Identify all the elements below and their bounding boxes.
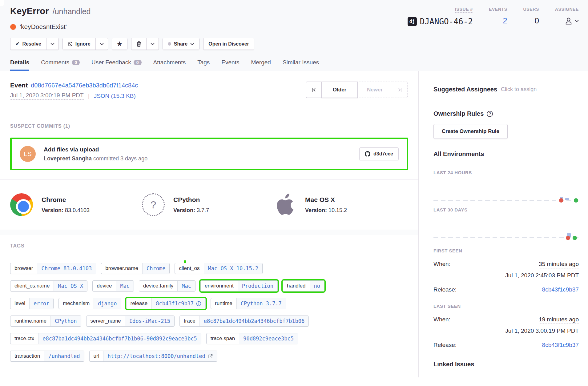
- tag-value-link[interactable]: django: [94, 298, 121, 309]
- commit-sha-button[interactable]: d3d7cee: [359, 147, 399, 160]
- first-seen-release-link[interactable]: 8cb43f1c9b37: [542, 286, 579, 293]
- sparkline-baseline: [433, 200, 579, 201]
- create-ownership-rule-button[interactable]: Create Ownership Rule: [433, 124, 508, 139]
- issue-message: 'keyDoesntExist': [20, 23, 67, 30]
- tag-environment: environmentProduction: [200, 280, 278, 292]
- share-button[interactable]: Share: [163, 38, 199, 50]
- tag-value-link[interactable]: Chrome: [142, 263, 169, 274]
- when-label: When:: [433, 261, 450, 267]
- last-seen-release-link[interactable]: 8cb43f1c9b37: [542, 342, 579, 348]
- event-label: Event: [10, 82, 28, 89]
- trash-icon: [136, 41, 141, 47]
- tag-value-link[interactable]: Mac OS X: [54, 281, 87, 291]
- issue-short-id: DJANGO-46-2: [420, 17, 473, 26]
- help-icon[interactable]: ?: [487, 111, 493, 117]
- open-in-discover-button[interactable]: Open in Discover: [203, 38, 254, 50]
- tag-value-link[interactable]: 90d892c9eace3bc5: [239, 333, 298, 344]
- events-count[interactable]: 2: [503, 16, 507, 26]
- events-label: EVENTS: [489, 7, 507, 12]
- tag-value-link[interactable]: e8c87ba1dc494bb2a4346bcfbf7b1b06: [199, 316, 309, 326]
- ban-icon: [68, 42, 73, 46]
- tag-runtime-name: runtime.nameCPython: [10, 316, 81, 327]
- delete-dropdown-button[interactable]: [146, 38, 159, 50]
- tag-value-link[interactable]: Production: [238, 281, 277, 291]
- chevron-down-icon: [151, 43, 155, 45]
- users-count[interactable]: 0: [534, 16, 539, 26]
- tab-similar-issues[interactable]: Similar Issues: [283, 59, 319, 71]
- tag-trace-ctx: trace.ctxe8c87ba1dc494bb2a4346bcfbf7b1b0…: [10, 333, 201, 344]
- last-seen-relative-time: 19 minutes ago: [539, 316, 579, 324]
- tag-value-link[interactable]: error: [29, 298, 53, 309]
- tags-section: TAGS browserChrome 83.0.4103 browser.nam…: [0, 235, 418, 362]
- skip-to-latest-button[interactable]: [392, 82, 408, 98]
- tab-details[interactable]: Details: [10, 59, 29, 71]
- tag-value-link[interactable]: e8c87ba1dc494bb2a4346bcfbf7b1b06-90d892c…: [38, 333, 201, 344]
- tag-value-link[interactable]: Mac: [116, 281, 134, 291]
- click-to-assign-hint: Click to assign: [501, 86, 537, 93]
- tag-device: deviceMac: [92, 280, 134, 292]
- event-id-link[interactable]: d08d7667e4a5476eb3b3db6d7f14c84c: [31, 82, 138, 89]
- oldest-event-button[interactable]: [306, 82, 321, 98]
- star-icon: ★: [117, 41, 122, 47]
- external-link-icon: [208, 354, 213, 359]
- tag-value-link[interactable]: Idos-iMac-215: [125, 316, 174, 326]
- tab-merged[interactable]: Merged: [251, 59, 271, 71]
- context-version-value: 83.0.4103: [65, 207, 90, 213]
- last-24-hours-label: LAST 24 HOURS: [433, 170, 579, 175]
- issue-type-title: KeyError: [10, 6, 49, 16]
- tag-client-os-name: client_os.nameMac OS X: [10, 280, 87, 292]
- tag-value-link[interactable]: 8cb43f1c9b37: [151, 298, 205, 309]
- users-label: USERS: [523, 7, 539, 12]
- release-label: Release:: [433, 286, 457, 293]
- tag-value-link[interactable]: Mac: [177, 281, 195, 291]
- tag-client-os: client_osMac OS X 10.15.2: [175, 263, 263, 274]
- event-json-link[interactable]: JSON (15.3 KB): [94, 93, 136, 99]
- assignee-label: ASSIGNEE: [555, 7, 579, 12]
- corner-artifact: [0, 0, 4, 6]
- github-icon: [365, 151, 370, 157]
- event-pagination: Older Newer: [306, 82, 408, 98]
- ignore-dropdown-button[interactable]: [95, 38, 108, 50]
- unknown-runtime-icon: ?: [142, 193, 165, 216]
- context-os: Mac OS X Version: 10.15.2: [274, 193, 405, 216]
- resolve-dropdown-button[interactable]: [46, 38, 58, 50]
- tag-runtime: runtimeCPython 3.7.7: [211, 298, 286, 309]
- issue-header: KeyError /unhandled 'keyDoesntExist' ISS…: [0, 0, 588, 71]
- resolve-button[interactable]: ✔ Resolve: [10, 38, 46, 50]
- annotation-highlight-box: LS Add files via upload Lovepreet Sangha…: [10, 138, 408, 170]
- events-sparkline-30d: [433, 212, 579, 240]
- tab-tags[interactable]: Tags: [197, 59, 210, 71]
- tag-value-link[interactable]: Mac OS X 10.15.2: [204, 263, 263, 274]
- tab-events[interactable]: Events: [221, 59, 239, 71]
- event-contexts: Chrome Version: 83.0.4103 ? CPython Vers…: [0, 180, 418, 216]
- latest-release-marker: [574, 198, 578, 203]
- older-event-button[interactable]: Older: [321, 82, 358, 98]
- tag-value-link[interactable]: http://localhost:8000/unhandled: [103, 351, 217, 361]
- share-status-dot-icon: [168, 42, 171, 46]
- tag-value-link[interactable]: /unhandled: [44, 351, 84, 361]
- tag-release: release8cb43f1c9b37: [126, 298, 206, 309]
- tag-value-link[interactable]: CPython: [50, 316, 81, 326]
- tag-value-link[interactable]: Chrome 83.0.4103: [37, 263, 96, 274]
- chevron-down-icon: [100, 43, 104, 45]
- tags-heading: TAGS: [10, 243, 408, 249]
- chevron-down-icon: [50, 43, 54, 45]
- context-name: Mac OS X: [305, 196, 347, 203]
- page-title: KeyError /unhandled: [10, 6, 91, 16]
- delete-button[interactable]: [131, 38, 146, 50]
- ignore-button[interactable]: Ignore: [63, 38, 95, 50]
- tag-handled: handledno: [283, 280, 324, 292]
- tab-user-feedback[interactable]: User Feedback0: [91, 59, 142, 71]
- tab-comments[interactable]: Comments0: [41, 59, 80, 71]
- tab-attachments[interactable]: Attachments: [153, 59, 186, 71]
- tag-value-link[interactable]: CPython 3.7.7: [236, 298, 286, 309]
- assignee-dropdown[interactable]: [564, 17, 579, 25]
- issue-tabs: Details Comments0 User Feedback0 Attachm…: [10, 59, 579, 71]
- newer-event-button[interactable]: Newer: [358, 82, 392, 98]
- sparkline-baseline: [433, 237, 579, 238]
- suspect-commit-row: LS Add files via upload Lovepreet Sangha…: [12, 139, 407, 169]
- issue-stats: ISSUE # dj DJANGO-46-2 EVENTS 2 USERS 0 …: [408, 6, 579, 26]
- check-icon: ✔: [15, 42, 19, 46]
- tag-value-link[interactable]: no: [310, 281, 324, 291]
- bookmark-star-button[interactable]: ★: [112, 38, 127, 50]
